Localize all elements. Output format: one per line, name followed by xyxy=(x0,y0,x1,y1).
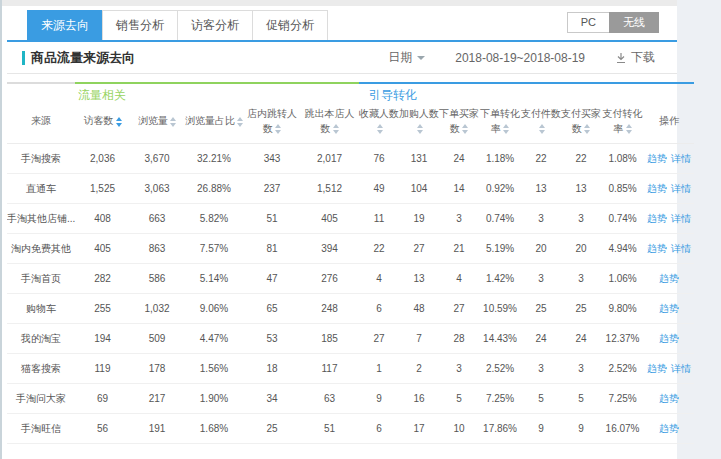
column-header-12[interactable]: 支付转化率 xyxy=(601,104,644,144)
tab-visitor-analysis[interactable]: 访客分析 xyxy=(177,10,253,40)
sort-icon[interactable] xyxy=(275,124,281,134)
date-dropdown-label: 日期 xyxy=(388,49,412,66)
value-cell: 7.25% xyxy=(601,384,644,414)
value-cell: 0.74% xyxy=(601,204,644,234)
value-cell: 663 xyxy=(130,204,184,234)
actions-cell: 趋势 xyxy=(644,414,694,444)
trend-link[interactable]: 趋势 xyxy=(647,213,667,224)
sort-icon[interactable] xyxy=(417,124,423,134)
value-cell: 27 xyxy=(399,234,439,264)
value-cell: 3 xyxy=(521,204,561,234)
sort-icon[interactable] xyxy=(626,124,632,134)
pc-toggle-button[interactable]: PC xyxy=(567,12,609,33)
actions-cell: 趋势详情 xyxy=(644,234,694,264)
tab-bar: 来源去向 销售分析 访客分析 促销分析 PC 无线 xyxy=(7,6,677,42)
trend-link[interactable]: 趋势 xyxy=(647,243,667,254)
tabs: 来源去向 销售分析 访客分析 促销分析 xyxy=(27,10,327,40)
value-cell: 4 xyxy=(439,264,479,294)
sort-icon[interactable] xyxy=(462,124,468,134)
value-cell: 9 xyxy=(521,414,561,444)
actions-cell: 趋势 xyxy=(644,324,694,354)
toolbar-controls: 日期 2018-08-19~2018-08-19 下载 xyxy=(388,49,655,66)
column-header-1[interactable]: 访客数 xyxy=(75,104,130,144)
page-title: 商品流量来源去向 xyxy=(22,49,135,67)
column-header-11[interactable]: 支付买家数 xyxy=(561,104,601,144)
trend-link[interactable]: 趋势 xyxy=(647,183,667,194)
column-header-6[interactable]: 收藏人数 xyxy=(359,104,399,144)
date-range[interactable]: 2018-08-19~2018-08-19 xyxy=(455,51,585,65)
trend-link[interactable]: 趋势 xyxy=(659,333,679,344)
column-header-10[interactable]: 支付件数 xyxy=(521,104,561,144)
value-cell: 49 xyxy=(359,174,399,204)
sort-icon[interactable] xyxy=(584,124,590,134)
sort-icon[interactable] xyxy=(116,117,122,127)
column-label: 下单转化率 xyxy=(480,108,520,134)
value-cell: 27 xyxy=(359,324,399,354)
source-cell: 手淘其他店铺... xyxy=(7,204,75,234)
value-cell: 16.07% xyxy=(601,414,644,444)
column-header-4[interactable]: 店内跳转人数 xyxy=(244,104,300,144)
value-cell: 191 xyxy=(130,414,184,444)
tab-source-destination[interactable]: 来源去向 xyxy=(27,10,103,40)
value-cell: 24 xyxy=(521,324,561,354)
column-label: 下单买家数 xyxy=(439,108,479,134)
date-dropdown[interactable]: 日期 xyxy=(388,49,425,66)
value-cell: 13 xyxy=(561,174,601,204)
trend-link[interactable]: 趋势 xyxy=(659,273,679,284)
value-cell: 53 xyxy=(244,324,300,354)
sort-icon[interactable] xyxy=(503,124,509,134)
actions-cell: 趋势详情 xyxy=(644,354,694,384)
column-header-2[interactable]: 浏览量 xyxy=(130,104,184,144)
detail-link[interactable]: 详情 xyxy=(671,183,691,194)
download-button[interactable]: 下载 xyxy=(615,49,655,66)
sort-icon[interactable] xyxy=(333,124,339,134)
value-cell: 586 xyxy=(130,264,184,294)
column-header-3[interactable]: 浏览量占比 xyxy=(184,104,244,144)
sort-icon[interactable] xyxy=(237,117,243,127)
table-row: 手淘其他店铺...4086635.82%51405111930.74%330.7… xyxy=(7,204,694,234)
detail-link[interactable]: 详情 xyxy=(671,363,691,374)
trend-link[interactable]: 趋势 xyxy=(647,153,667,164)
column-header-7[interactable]: 加购人数 xyxy=(399,104,439,144)
value-cell: 1.56% xyxy=(184,354,244,384)
sort-icon[interactable] xyxy=(377,124,383,134)
value-cell: 20 xyxy=(561,234,601,264)
column-header-9[interactable]: 下单转化率 xyxy=(479,104,521,144)
table-body: 手淘搜索2,0363,67032.21%3432,01776131241.18%… xyxy=(7,144,694,444)
value-cell: 13 xyxy=(521,174,561,204)
table-row: 购物车2551,0329.06%652486482710.59%25259.80… xyxy=(7,294,694,324)
sort-icon[interactable] xyxy=(170,117,176,127)
value-cell: 5.82% xyxy=(184,204,244,234)
source-cell: 手淘搜索 xyxy=(7,144,75,174)
column-label: 支付转化率 xyxy=(603,108,643,134)
value-cell: 76 xyxy=(359,144,399,174)
detail-link[interactable]: 详情 xyxy=(671,213,691,224)
tab-sales-analysis[interactable]: 销售分析 xyxy=(102,10,178,40)
detail-link[interactable]: 详情 xyxy=(671,153,691,164)
trend-link[interactable]: 趋势 xyxy=(647,363,667,374)
sort-icon[interactable] xyxy=(539,124,545,134)
value-cell: 10 xyxy=(439,414,479,444)
table-row: 我的淘宝1945094.47%531852772814.43%242412.37… xyxy=(7,324,694,354)
trend-link[interactable]: 趋势 xyxy=(659,423,679,434)
value-cell: 4.47% xyxy=(184,324,244,354)
value-cell: 56 xyxy=(75,414,130,444)
value-cell: 2,036 xyxy=(75,144,130,174)
column-label: 支付件数 xyxy=(521,108,561,119)
tab-promotion-analysis[interactable]: 促销分析 xyxy=(252,10,328,40)
column-header-8[interactable]: 下单买家数 xyxy=(439,104,479,144)
trend-link[interactable]: 趋势 xyxy=(659,303,679,314)
value-cell: 343 xyxy=(244,144,300,174)
wireless-toggle-button[interactable]: 无线 xyxy=(609,12,659,33)
value-cell: 282 xyxy=(75,264,130,294)
column-header-5[interactable]: 跳出本店人数 xyxy=(300,104,359,144)
value-cell: 1.68% xyxy=(184,414,244,444)
table-row: 手淘首页2825865.14%4727641341.42%331.06%趋势 xyxy=(7,264,694,294)
table-row: 手淘问大家692171.90%346391657.25%557.25%趋势 xyxy=(7,384,694,414)
value-cell: 1.42% xyxy=(479,264,521,294)
detail-link[interactable]: 详情 xyxy=(671,243,691,254)
column-label: 访客数 xyxy=(84,115,114,126)
source-group-spacer xyxy=(7,83,75,104)
trend-link[interactable]: 趋势 xyxy=(659,393,679,404)
table-row: 猫客搜索1191781.56%181171232.52%332.52%趋势详情 xyxy=(7,354,694,384)
